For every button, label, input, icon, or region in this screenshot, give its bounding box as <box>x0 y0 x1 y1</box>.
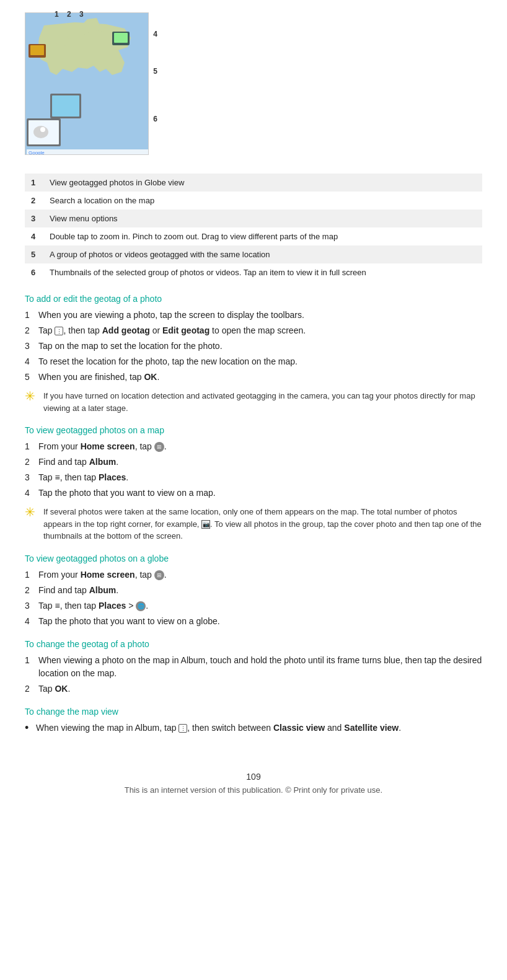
tip-add-edit: ✳ If you have turned on location detecti… <box>25 390 482 414</box>
svg-point-13 <box>40 127 45 132</box>
row-num: 3 <box>25 210 43 227</box>
tip-text: If several photos were taken at the same… <box>43 506 482 542</box>
step-item: 2 Tap ⋮, then tap Add geotag or Edit geo… <box>25 324 482 337</box>
steps-view-globe: 1 From your Home screen, tap ⊞. 2 Find a… <box>25 568 482 628</box>
section-title-view-globe: To view geotagged photos on a globe <box>25 554 482 563</box>
row-desc: View menu options <box>43 210 482 227</box>
step-item: 1 From your Home screen, tap ⊞. <box>25 440 482 453</box>
svg-text:Google: Google <box>29 150 45 155</box>
svg-rect-7 <box>114 33 128 43</box>
svg-rect-5 <box>30 45 44 55</box>
step-item: 4 Tap the photo that you want to view on… <box>25 487 482 500</box>
table-row: 6Thumbnails of the selected group of pho… <box>25 263 482 281</box>
legal-text: This is an internet version of this publ… <box>25 785 482 795</box>
section-title-change-map-view: To change the map view <box>25 707 482 717</box>
step-item: 5 When you are finished, tap OK. <box>25 371 482 384</box>
row-desc: A group of photos or videos geotagged wi… <box>43 245 482 263</box>
step-item: 1 From your Home screen, tap ⊞. <box>25 568 482 581</box>
table-row: 2Search a location on the map <box>25 192 482 210</box>
tip-view-map: ✳ If several photos were taken at the sa… <box>25 506 482 542</box>
step-item: 1 When you are viewing a photo, tap the … <box>25 309 482 322</box>
row-num: 2 <box>25 192 43 210</box>
row-num: 4 <box>25 227 43 245</box>
svg-point-12 <box>33 126 48 138</box>
page-footer: 109 This is an internet version of this … <box>25 772 482 795</box>
row-desc: Thumbnails of the selected group of phot… <box>43 263 482 281</box>
row-num: 1 <box>25 174 43 192</box>
row-num: 6 <box>25 263 43 281</box>
section-title-change-geotag: To change the geotag of a photo <box>25 639 482 649</box>
map-image: Google <box>25 12 149 155</box>
map-label-3: 3 <box>79 10 84 19</box>
map-label-4: 4 <box>153 30 157 38</box>
row-desc: View geotagged photos in Globe view <box>43 174 482 192</box>
steps-view-map: 1 From your Home screen, tap ⊞. 2 Find a… <box>25 440 482 500</box>
row-desc: Double tap to zoom in. Pinch to zoom out… <box>43 227 482 245</box>
step-item: 4 Tap the photo that you want to view on… <box>25 615 482 628</box>
step-item: 2 Find and tap Album. <box>25 584 482 597</box>
page-number: 109 <box>25 772 482 782</box>
table-row: 4Double tap to zoom in. Pinch to zoom ou… <box>25 227 482 245</box>
step-item: 3 Tap ≡, then tap Places > 🌐. <box>25 599 482 612</box>
map-label-1: 1 <box>55 10 59 19</box>
svg-rect-14 <box>27 149 148 155</box>
map-label-6: 6 <box>153 115 157 123</box>
row-desc: Search a location on the map <box>43 192 482 210</box>
table-row: 5A group of photos or videos geotagged w… <box>25 245 482 263</box>
map-label-5: 5 <box>153 67 157 76</box>
row-num: 5 <box>25 245 43 263</box>
step-item: 1 When viewing a photo on the map in Alb… <box>25 654 482 680</box>
section-title-view-map: To view geotagged photos on a map <box>25 425 482 435</box>
tip-text: If you have turned on location detection… <box>43 390 482 414</box>
step-item: 2 Tap OK. <box>25 682 482 695</box>
tip-icon: ✳ <box>25 505 38 519</box>
reference-table: 1View geotagged photos in Globe view2Sea… <box>25 174 482 281</box>
step-item: 3 Tap on the map to set the location for… <box>25 340 482 353</box>
map-image-section: Google 1 2 3 4 5 6 <box>25 12 149 161</box>
bullets-change-map-view: • When viewing the map in Album, tap ⋮, … <box>25 722 482 735</box>
step-item: 2 Find and tap Album. <box>25 456 482 469</box>
map-label-2: 2 <box>67 10 71 19</box>
table-row: 3View menu options <box>25 210 482 227</box>
steps-add-edit: 1 When you are viewing a photo, tap the … <box>25 309 482 384</box>
section-title-add-edit: To add or edit the geotag of a photo <box>25 294 482 304</box>
step-item: 3 Tap ≡, then tap Places. <box>25 471 482 484</box>
svg-rect-9 <box>52 95 79 117</box>
step-item: 4 To reset the location for the photo, t… <box>25 355 482 368</box>
steps-change-geotag: 1 When viewing a photo on the map in Alb… <box>25 654 482 695</box>
tip-icon: ✳ <box>25 389 38 404</box>
bullet-item: • When viewing the map in Album, tap ⋮, … <box>25 722 482 735</box>
table-row: 1View geotagged photos in Globe view <box>25 174 482 192</box>
